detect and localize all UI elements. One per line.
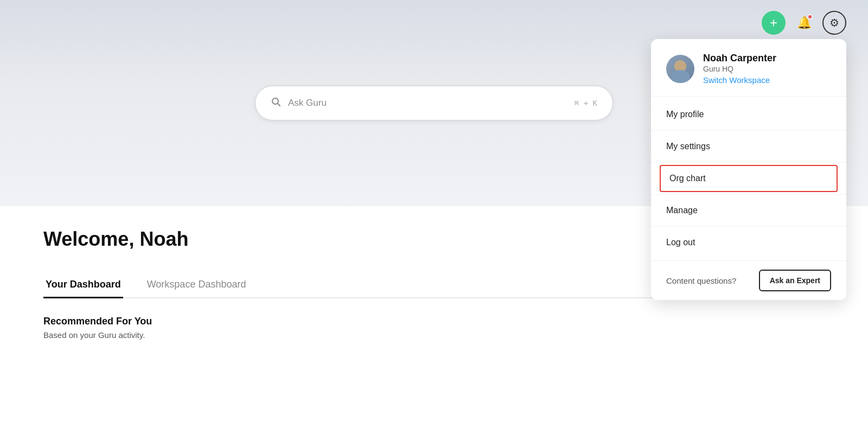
toolbar: + 🔔 ⚙ bbox=[762, 11, 846, 35]
recommended-section: Recommended For You Based on your Guru a… bbox=[43, 316, 825, 340]
avatar bbox=[666, 55, 694, 83]
workspace-name: Guru HQ bbox=[703, 65, 831, 73]
user-name: Noah Carpenter bbox=[703, 52, 831, 65]
search-shortcut: ⌘ + K bbox=[575, 99, 597, 107]
gear-icon: ⚙ bbox=[829, 16, 839, 29]
svg-line-1 bbox=[278, 103, 280, 106]
menu-item-org-chart[interactable]: Org chart bbox=[660, 165, 838, 192]
menu-divider-1 bbox=[651, 130, 846, 131]
user-info: Noah Carpenter Guru HQ Switch Workspace bbox=[703, 52, 831, 85]
menu-item-log-out[interactable]: Log out bbox=[651, 229, 846, 256]
recommended-title: Recommended For You bbox=[43, 316, 825, 327]
content-questions-text: Content questions? bbox=[666, 276, 736, 285]
user-dropdown-menu: Noah Carpenter Guru HQ Switch Workspace … bbox=[651, 39, 846, 300]
menu-item-my-profile[interactable]: My profile bbox=[651, 101, 846, 128]
dropdown-header: Noah Carpenter Guru HQ Switch Workspace bbox=[651, 39, 846, 97]
menu-divider-2 bbox=[651, 162, 846, 163]
dropdown-footer: Content questions? Ask an Expert bbox=[651, 260, 846, 300]
notifications-button[interactable]: 🔔 bbox=[792, 11, 816, 35]
recommended-subtitle: Based on your Guru activity. bbox=[43, 330, 825, 340]
tab-workspace-dashboard[interactable]: Workspace Dashboard bbox=[145, 272, 248, 298]
menu-divider-3 bbox=[651, 194, 846, 195]
menu-items-list: My profile My settings Org chart Manage … bbox=[651, 97, 846, 260]
search-icon bbox=[271, 97, 282, 110]
search-placeholder-text: Ask Guru bbox=[288, 98, 568, 108]
settings-button[interactable]: ⚙ bbox=[822, 11, 846, 35]
menu-divider-4 bbox=[651, 226, 846, 227]
ask-expert-button[interactable]: Ask an Expert bbox=[759, 270, 831, 291]
tab-your-dashboard[interactable]: Your Dashboard bbox=[43, 272, 123, 298]
menu-item-manage[interactable]: Manage bbox=[651, 197, 846, 224]
menu-item-my-settings[interactable]: My settings bbox=[651, 133, 846, 160]
add-button[interactable]: + bbox=[762, 11, 786, 35]
notification-badge bbox=[807, 14, 813, 20]
switch-workspace-link[interactable]: Switch Workspace bbox=[703, 75, 770, 85]
search-bar[interactable]: Ask Guru ⌘ + K bbox=[255, 86, 613, 120]
